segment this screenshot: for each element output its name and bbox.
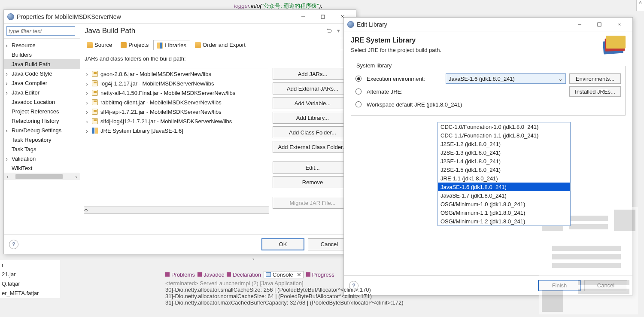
filter-input[interactable] [6,26,75,36]
minimize-button[interactable] [293,10,313,23]
jar-entry[interactable]: slf4j-log4j12-1.7.21.jar - MobileIMSDKSe… [84,116,269,126]
nav-item-java-editor[interactable]: Java Editor [4,88,80,97]
library-icon [92,128,98,134]
bottom-view-tabs: Problems Javadoc Declaration Console✕ Pr… [165,270,334,279]
eclipse-icon [7,13,14,20]
nav-item-wikitext[interactable]: WikiText [4,163,80,173]
properties-titlebar: Properties for MobileIMSDKServerNew [4,10,356,24]
projects-icon [121,42,127,48]
tab-projects[interactable]: Projects [117,40,152,50]
edit-button[interactable]: Edit... [273,162,352,174]
dropdown-option[interactable]: CDC-1.0/Foundation-1.0 (jdk1.8.0_241) [438,122,570,131]
tab-order[interactable]: Order and Export [191,40,249,50]
radio-workspace-default[interactable] [355,101,361,107]
add-external-jars-button[interactable]: Add External JARs... [273,82,352,94]
maximize-button[interactable] [313,10,333,23]
view-splitter[interactable]: ‹ [163,254,343,262]
dropdown-option[interactable]: OSGi/Minimum-1.0 (jdk1.8.0_241) [438,200,570,208]
nav-item-task-repository[interactable]: Task Repository [4,135,80,144]
jar-entry[interactable]: slf4j-api-1.7.21.jar - MobileIMSDKServer… [84,107,269,116]
jar-list[interactable]: gson-2.8.6.jar - MobileIMSDKServerNew/li… [84,68,269,214]
nav-item-resource[interactable]: Resource [4,40,80,50]
package-explorer-fragment: r 21.jar Q.fatjar er_META.fatjar [0,260,60,298]
order-export-icon [195,42,201,48]
properties-window: Properties for MobileIMSDKServerNew Reso… [3,9,356,254]
nav-item-run-debug-settings[interactable]: Run/Debug Settings [4,125,80,135]
tab-problems[interactable]: Problems [165,271,195,278]
tab-libraries[interactable]: Libraries [153,40,190,50]
radio-alternate-jre[interactable] [355,88,361,94]
nav-item-refactoring-history[interactable]: Refactoring History [4,116,80,125]
dropdown-option[interactable]: J2SE-1.3 (jdk1.8.0_241) [438,148,570,157]
nav-item-java-compiler[interactable]: Java Compiler [4,78,80,88]
nav-item-task-tags[interactable]: Task Tags [4,144,80,154]
environments-button[interactable]: Environments... [569,73,621,84]
execution-env-combo[interactable]: JavaSE-1.6 (jdk1.8.0_241)⌄ [446,73,566,84]
jar-entry[interactable]: log4j-1.2.17.jar - MobileIMSDKServerNew/… [84,79,269,88]
jar-icon [92,99,98,105]
edit-library-title: Edit Library [357,21,570,28]
chevron-down-icon: ⌄ [558,76,563,82]
installed-jres-button[interactable]: Installed JREs... [569,86,621,97]
back-icon[interactable]: ⮌ [325,27,333,35]
dropdown-option[interactable]: J2SE-1.5 (jdk1.8.0_241) [438,165,570,174]
eclipse-icon [347,21,354,28]
svg-rect-1 [321,15,325,18]
add-library-button[interactable]: Add Library... [273,112,352,124]
tab-progress[interactable]: Progress [306,271,334,278]
tab-javadoc[interactable]: Javadoc [197,271,224,278]
nav-item-builders[interactable]: Builders [4,50,80,59]
radio-execution-env[interactable] [355,76,361,82]
tab-console[interactable]: Console✕ [264,271,304,278]
help-icon[interactable]: ? [9,240,18,249]
nav-item-java-build-path[interactable]: Java Build Path [4,59,80,69]
jar-icon [92,90,98,96]
add-jars-button[interactable]: Add JARs... [273,68,352,80]
jre-library-entry[interactable]: JRE System Library [JavaSE-1.6] [84,126,269,135]
console-output: <terminated> ServerLauncherImpl (2) [Jav… [165,280,404,306]
maximize-button[interactable] [589,18,609,31]
add-external-class-folder-button[interactable]: Add External Class Folder... [273,141,352,153]
close-button[interactable] [609,18,629,31]
add-class-folder-button[interactable]: Add Class Folder... [273,126,352,138]
nav-item-java-code-style[interactable]: Java Code Style [4,69,80,78]
jar-icon [92,71,98,77]
jar-icon [92,118,98,124]
tab-declaration[interactable]: Declaration [227,271,261,278]
svg-rect-5 [598,23,601,26]
dropdown-option[interactable]: JRE-1.1 (jdk1.8.0_241) [438,174,570,183]
execution-env-dropdown[interactable]: CDC-1.0/Foundation-1.0 (jdk1.8.0_241)CDC… [437,122,571,226]
tab-source[interactable]: Source [83,40,116,50]
dropdown-option[interactable]: OSGi/Minimum-1.2 (jdk1.8.0_241) [438,217,570,226]
page-title: Java Build Path [85,27,323,35]
javadoc-icon [197,272,202,277]
minimize-button[interactable] [570,18,589,31]
nav-item-validation[interactable]: Validation [4,154,80,163]
dropdown-icon[interactable]: ▾ [334,27,342,35]
ok-button[interactable]: OK [261,238,304,250]
jar-icon [92,109,98,115]
dropdown-option[interactable]: OSGi/Minimum-1.1 (jdk1.8.0_241) [438,208,570,217]
jar-icon [92,80,98,86]
console-icon [266,272,271,277]
jar-entry[interactable]: gson-2.8.6.jar - MobileIMSDKServerNew/li… [84,69,269,79]
list-label: JARs and class folders on the build path… [85,55,352,62]
removebutton[interactable]: Remove [273,176,352,188]
properties-title: Properties for MobileIMSDKServerNew [17,13,293,20]
add-variable-button[interactable]: Add Variable... [273,97,352,109]
jar-entry[interactable]: netty-all-4.1.50.Final.jar - MobileIMSDK… [84,88,269,98]
dropdown-option[interactable]: JavaSE-1.7 (jdk1.8.0_241) [438,191,570,200]
close-icon[interactable]: ✕ [297,271,301,278]
dropdown-option[interactable]: CDC-1.1/Foundation-1.1 (jdk1.8.0_241) [438,131,570,140]
dropdown-option[interactable]: J2SE-1.2 (jdk1.8.0_241) [438,140,570,148]
edit-library-titlebar: Edit Library [344,18,632,31]
properties-nav: ResourceBuildersJava Build PathJava Code… [4,24,80,234]
editor-scroll-up[interactable]: ^ [636,0,644,11]
dropdown-option[interactable]: J2SE-1.4 (jdk1.8.0_241) [438,157,570,165]
dropdown-option[interactable]: JavaSE-1.6 (jdk1.8.0_241) [438,183,570,191]
nav-item-javadoc-location[interactable]: Javadoc Location [4,97,80,107]
nav-scrollbar[interactable]: ‹› [4,173,80,180]
jar-entry[interactable]: rabbitmq-client.jar - MobileIMSDKServerN… [84,98,269,107]
nav-item-project-references[interactable]: Project References [4,107,80,116]
jar-scrollbar[interactable]: ‹› [84,206,269,213]
